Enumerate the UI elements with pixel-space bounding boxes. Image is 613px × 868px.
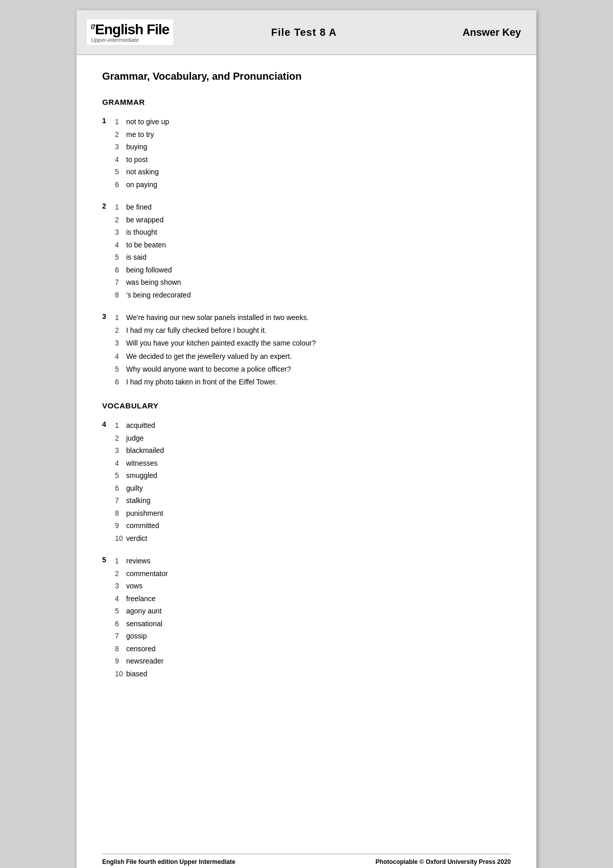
list-item: 4to post [115,153,511,166]
list-item: 5Why would anyone want to become a polic… [115,363,511,376]
list-item: 2I had my car fully checked before I bou… [115,324,511,337]
list-item: 4to be beaten [115,239,511,252]
question-5-block: 5 1reviews 2commentator 3vows 4freelance… [102,555,511,680]
header: i7English File Upper-intermediate File T… [77,10,536,55]
list-item: 2be wrapped [115,214,511,226]
q2-list: 1be fined 2be wrapped 3is thought 4to be… [115,201,511,301]
footer: English File fourth edition Upper Interm… [102,854,511,865]
header-file-test: File Test 8 A [189,27,419,38]
list-item: 10biased [115,668,511,680]
list-item: 7stalking [115,494,511,507]
list-item: 9committed [115,519,511,532]
q3-number: 3 [102,311,115,321]
list-item: 3Will you have your kitchen painted exac… [115,337,511,350]
list-item: 1acquitted [115,419,511,432]
list-item: 5is said [115,251,511,264]
q1-number: 1 [102,116,115,125]
list-item: 4We decided to get the jewellery valued … [115,350,511,363]
vocabulary-heading: VOCABULARY [102,401,511,410]
list-item: 6on paying [115,178,511,191]
grammar-heading: GRAMMAR [102,98,511,106]
list-item: 4witnesses [115,457,511,470]
list-item: 1not to give up [115,116,511,128]
question-4-block: 4 1acquitted 2judge 3blackmailed 4witnes… [102,419,511,544]
logo-area: i7English File Upper-intermediate [87,19,189,45]
page-title: Grammar, Vocabulary, and Pronunciation [102,71,511,85]
list-item: 2me to try [115,128,511,141]
list-item: 4freelance [115,592,511,605]
question-1-block: 1 1not to give up 2me to try 3buying 4to… [102,116,511,191]
q5-number: 5 [102,555,115,564]
list-item: 5smuggled [115,469,511,482]
list-item: 8punishment [115,507,511,520]
q4-list: 1acquitted 2judge 3blackmailed 4witnesse… [115,419,511,544]
logo-box: i7English File Upper-intermediate [87,19,173,45]
footer-left: English File fourth edition Upper Interm… [102,858,235,865]
list-item: 6guilty [115,482,511,495]
logo-subtitle: Upper-intermediate [91,37,169,43]
list-item: 7gossip [115,630,511,643]
list-item: 9newsreader [115,655,511,668]
list-item: 6being followed [115,264,511,277]
logo-text: i7English File [91,21,169,37]
list-item: 2judge [115,432,511,445]
content: Grammar, Vocabulary, and Pronunciation G… [77,55,536,711]
list-item: 3buying [115,141,511,153]
list-item: 1We're having our new solar panels insta… [115,311,511,324]
question-2-block: 2 1be fined 2be wrapped 3is thought 4to … [102,201,511,301]
list-item: 8censored [115,643,511,655]
list-item: 2commentator [115,567,511,580]
question-3-block: 3 1We're having our new solar panels ins… [102,311,511,389]
list-item: 5not asking [115,166,511,178]
list-item: 10verdict [115,532,511,545]
list-item: 3blackmailed [115,444,511,457]
q1-list: 1not to give up 2me to try 3buying 4to p… [115,116,511,191]
list-item: 6sensational [115,618,511,630]
logo-sup: i7 [91,24,95,31]
page: i7English File Upper-intermediate File T… [77,10,536,868]
q2-number: 2 [102,201,115,210]
list-item: 3is thought [115,226,511,239]
q3-list: 1We're having our new solar panels insta… [115,311,511,389]
list-item: 7was being shown [115,276,511,289]
list-item: 6I had my photo taken in front of the Ei… [115,376,511,389]
list-item: 1reviews [115,555,511,567]
footer-right: Photocopiable © Oxford University Press … [375,858,511,865]
list-item: 3vows [115,580,511,592]
q5-list: 1reviews 2commentator 3vows 4freelance 5… [115,555,511,680]
list-item: 8's being redecorated [115,289,511,302]
list-item: 5agony aunt [115,605,511,618]
list-item: 1be fined [115,201,511,214]
header-answer-key: Answer Key [419,27,521,38]
q4-number: 4 [102,419,115,428]
